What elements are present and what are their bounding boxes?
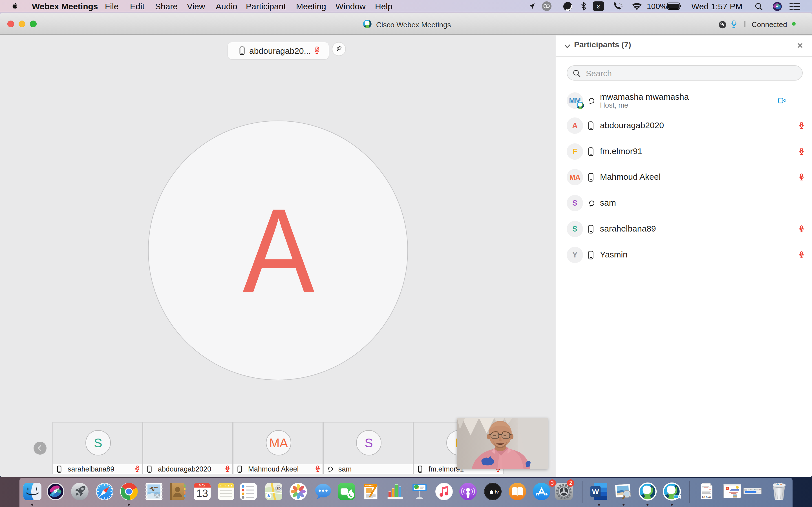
svg-text:Verifying "Microsoft Word": Verifying "Microsoft Word"	[748, 489, 762, 491]
svg-text:DOCX: DOCX	[702, 495, 711, 499]
svg-text:W: W	[592, 488, 599, 496]
svg-text:3D: 3D	[276, 487, 281, 491]
svg-text:MAY: MAY	[199, 484, 206, 487]
svg-text:PAGES: PAGES	[365, 484, 373, 487]
svg-text:tv: tv	[495, 489, 499, 495]
svg-text:13: 13	[196, 488, 208, 499]
